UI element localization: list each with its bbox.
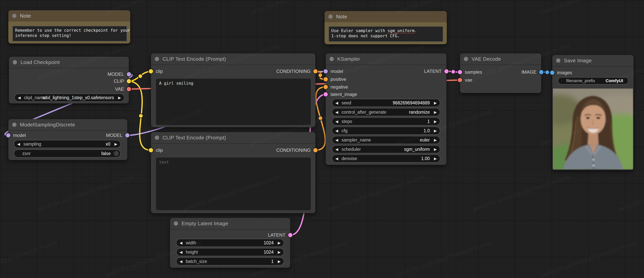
- prompt-textarea[interactable]: A girl smiling: [156, 79, 311, 125]
- widget-control-after-generate[interactable]: ◀ control_after_generate randomize ▶: [332, 108, 440, 116]
- node-vae-decode[interactable]: VAE Decode samples vae IMAGE: [460, 53, 541, 93]
- node-header[interactable]: Note: [324, 11, 447, 22]
- node-header[interactable]: Note: [8, 10, 130, 21]
- widget-denoise[interactable]: ◀ denoise 1.00 ▶: [332, 154, 440, 163]
- prev-value-arrow-icon[interactable]: ◀: [335, 138, 338, 142]
- node-note-1[interactable]: Note Remember to use the correct checkpo…: [8, 10, 130, 43]
- node-empty-latent-image[interactable]: Empty Latent Image LATENT ◀ width 1024 ▶…: [170, 218, 290, 268]
- next-value-arrow-icon[interactable]: ▶: [434, 129, 437, 133]
- node-header[interactable]: CLIP Text Encode (Prompt): [151, 53, 316, 65]
- node-header[interactable]: Load Checkpoint: [9, 57, 129, 68]
- slot-dot-latent[interactable]: [324, 92, 328, 96]
- output-slot-clip[interactable]: CLIP: [114, 78, 131, 84]
- collapse-dot-icon[interactable]: [12, 123, 16, 127]
- slot-dot-clip[interactable]: [127, 79, 131, 83]
- output-slot-latent[interactable]: LATENT: [268, 232, 292, 238]
- next-value-arrow-icon[interactable]: ▶: [434, 148, 437, 151]
- input-slot-clip[interactable]: clip: [149, 148, 163, 153]
- input-slot-vae[interactable]: vae: [458, 77, 472, 83]
- widget-scheduler[interactable]: ◀ scheduler sgm_uniform ▶: [332, 145, 440, 153]
- collapse-dot-icon[interactable]: [13, 60, 17, 64]
- next-value-arrow-icon[interactable]: ▶: [278, 260, 280, 263]
- slot-dot-model[interactable]: [6, 133, 10, 137]
- prev-value-arrow-icon[interactable]: ◀: [180, 241, 182, 245]
- slot-dot-clip[interactable]: [149, 148, 153, 152]
- node-graph-canvas[interactable]: Note Remember to use the correct checkpo…: [0, 0, 644, 278]
- widget-filename-prefix[interactable]: filename_prefix ComfyUI: [558, 77, 628, 84]
- slot-dot-model[interactable]: [324, 69, 328, 73]
- slot-dot-clip[interactable]: [149, 69, 153, 73]
- slot-dot-latent[interactable]: [458, 70, 462, 74]
- output-slot-conditioning[interactable]: CONDITIONING: [276, 148, 318, 153]
- slot-dot-vae[interactable]: [127, 87, 131, 91]
- input-slot-model[interactable]: model: [6, 133, 26, 138]
- next-value-arrow-icon[interactable]: ▶: [278, 250, 280, 254]
- collapse-dot-icon[interactable]: [174, 221, 178, 226]
- prev-value-arrow-icon[interactable]: ◀: [180, 260, 182, 263]
- next-value-arrow-icon[interactable]: ▶: [114, 142, 117, 146]
- input-slot-clip[interactable]: clip: [149, 69, 163, 74]
- next-value-arrow-icon[interactable]: ▶: [434, 157, 437, 160]
- output-slot-latent[interactable]: LATENT: [424, 69, 448, 74]
- prev-value-arrow-icon[interactable]: ◀: [335, 110, 338, 114]
- slot-dot-model[interactable]: [125, 133, 130, 137]
- collapse-dot-icon[interactable]: [155, 57, 159, 61]
- node-ksampler[interactable]: KSampler model positive negative latent_…: [326, 53, 446, 165]
- node-save-image[interactable]: Save Image images filename_prefix ComfyU…: [552, 55, 634, 170]
- note-text[interactable]: Remember to use the correct checkpoint f…: [12, 26, 127, 41]
- node-header[interactable]: ModelSamplingDiscrete: [8, 119, 127, 131]
- widget-sampler-name[interactable]: ◀ sampler_name euler ▶: [332, 136, 440, 144]
- widget-seed[interactable]: ◀ seed 968269694694889 ▶: [332, 99, 440, 107]
- input-slot-model[interactable]: model: [324, 69, 343, 74]
- input-slot-samples[interactable]: samples: [458, 69, 482, 75]
- prev-value-arrow-icon[interactable]: ◀: [335, 101, 338, 105]
- node-load-checkpoint[interactable]: Load Checkpoint MODEL CLIP VAE ◀ ckpt_na…: [9, 57, 129, 103]
- collapse-dot-icon[interactable]: [556, 58, 560, 63]
- widget-ckpt-name[interactable]: ◀ ckpt_name sdxl_lightning_1step_x0.safe…: [14, 94, 124, 102]
- slot-dot-conditioning[interactable]: [324, 85, 328, 89]
- node-model-sampling-discrete[interactable]: ModelSamplingDiscrete model MODEL ◀ samp…: [8, 119, 127, 160]
- widget-width[interactable]: ◀ width 1024 ▶: [176, 239, 284, 247]
- collapse-dot-icon[interactable]: [328, 14, 333, 19]
- widget-zsnr-toggle[interactable]: zsnr false: [14, 149, 121, 158]
- collapse-dot-icon[interactable]: [155, 136, 159, 140]
- input-slot-negative[interactable]: negative: [324, 84, 348, 90]
- prev-value-arrow-icon[interactable]: ◀: [335, 157, 338, 160]
- next-value-arrow-icon[interactable]: ▶: [434, 110, 437, 114]
- widget-batch-size[interactable]: ◀ batch_size 1 ▶: [176, 257, 284, 266]
- widget-steps[interactable]: ◀ steps 1 ▶: [332, 117, 440, 125]
- slot-dot-conditioning[interactable]: [313, 148, 318, 152]
- output-slot-vae[interactable]: VAE: [115, 86, 131, 92]
- node-header[interactable]: KSampler: [326, 53, 446, 65]
- widget-height[interactable]: ◀ height 1024 ▶: [176, 248, 284, 256]
- slot-dot-image[interactable]: [550, 71, 554, 75]
- prev-value-arrow-icon[interactable]: ◀: [17, 142, 20, 146]
- prev-value-arrow-icon[interactable]: ◀: [18, 96, 21, 100]
- toggle-knob[interactable]: [114, 151, 119, 156]
- input-slot-images[interactable]: images: [550, 70, 572, 75]
- next-value-arrow-icon[interactable]: ▶: [434, 101, 437, 105]
- node-header[interactable]: Empty Latent Image: [170, 218, 290, 230]
- next-value-arrow-icon[interactable]: ▶: [434, 138, 437, 142]
- input-slot-positive[interactable]: positive: [324, 77, 346, 82]
- slot-dot-conditioning[interactable]: [324, 77, 328, 81]
- slot-dot-image[interactable]: [539, 70, 544, 74]
- collapse-dot-icon[interactable]: [12, 14, 16, 18]
- prev-value-arrow-icon[interactable]: ◀: [335, 129, 338, 133]
- node-note-2[interactable]: Note Use Euler sampler with sgm_uniform.…: [324, 11, 447, 44]
- collapse-dot-icon[interactable]: [464, 57, 468, 61]
- next-value-arrow-icon[interactable]: ▶: [278, 241, 280, 245]
- widget-cfg[interactable]: ◀ cfg 1.0 ▶: [332, 127, 440, 135]
- widget-sampling[interactable]: ◀ sampling x0 ▶: [14, 140, 121, 148]
- prev-value-arrow-icon[interactable]: ◀: [335, 120, 338, 123]
- output-slot-model[interactable]: MODEL: [108, 71, 131, 77]
- prompt-textarea-empty[interactable]: text: [156, 158, 311, 210]
- node-clip-text-encode-positive[interactable]: CLIP Text Encode (Prompt) clip CONDITION…: [151, 53, 316, 127]
- slot-dot-model[interactable]: [127, 72, 131, 76]
- note-text[interactable]: Use Euler sampler with sgm_uniform.1-ste…: [328, 26, 443, 42]
- slot-dot-latent[interactable]: [444, 69, 448, 73]
- prev-value-arrow-icon[interactable]: ◀: [335, 148, 338, 151]
- slot-dot-conditioning[interactable]: [313, 69, 318, 73]
- node-header[interactable]: Save Image: [552, 55, 634, 66]
- slot-dot-latent[interactable]: [288, 233, 292, 237]
